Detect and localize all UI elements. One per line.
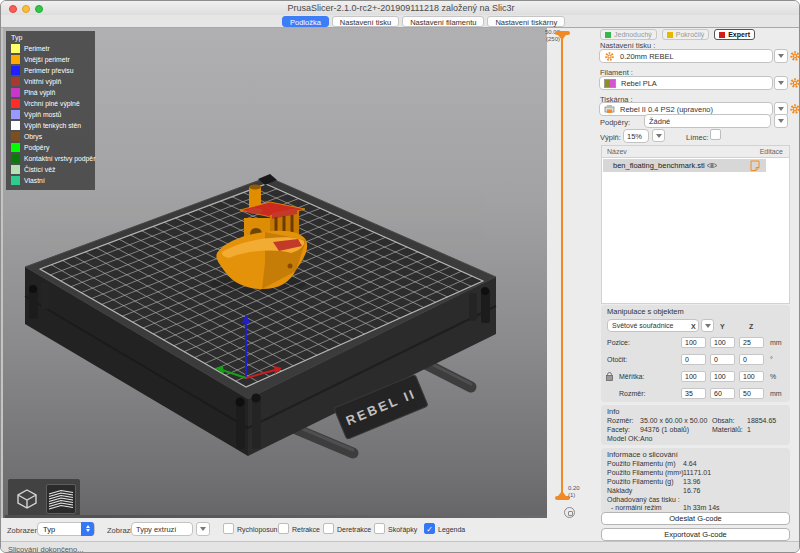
legend-color-swatch (11, 88, 20, 97)
manipulation-input[interactable]: 0 (739, 354, 764, 365)
tab-1[interactable]: Nastavení tisku (332, 16, 399, 27)
manipulation-input[interactable]: 60 (710, 388, 735, 399)
filament-g-value: 13.96 (683, 478, 701, 485)
viewport-3d[interactable]: REBEL II Typ PerimetrVnější perimetrPeri… (1, 28, 547, 518)
checkbox-0[interactable] (223, 523, 234, 534)
legend-color-swatch (11, 121, 20, 130)
info-facets-label: Facety: (607, 426, 630, 433)
filament-m-value: 4.64 (683, 460, 697, 467)
object-list[interactable]: ben_floating_benchmark.stl (601, 157, 790, 304)
show-features-dropdown-button[interactable] (196, 522, 210, 536)
info-materials-label: Materiálů: (712, 426, 743, 433)
supports-combo[interactable]: Žádné (644, 114, 771, 128)
layer-slider-panel: 50.00(250) 0.20(1) (547, 28, 597, 518)
mode-button-1[interactable]: Pokročilý (662, 29, 709, 40)
checkbox-2[interactable] (323, 523, 334, 534)
info-size-value: 35.00 x 60.00 x 50.00 (640, 417, 707, 424)
coordinate-system-combo[interactable]: Světové souřadnice (607, 319, 699, 332)
info-materials-value: 1 (747, 426, 751, 433)
chevron-down-icon (778, 81, 784, 85)
3d-editor-view-button[interactable] (12, 484, 42, 514)
object-list-header: Název Editace (601, 145, 790, 157)
brim-checkbox[interactable] (710, 129, 721, 140)
export-gcode-button[interactable]: Exportovat G-code (601, 528, 790, 541)
tabbar: PodložkaNastavení tiskuNastavení filamen… (1, 15, 800, 28)
manipulation-input[interactable]: 0 (681, 354, 706, 365)
checkbox-label: Rychloposun (237, 526, 277, 533)
checkbox-1[interactable] (278, 523, 289, 534)
axis-y-header: Y (720, 323, 725, 330)
edit-printer-gear-icon[interactable] (789, 103, 800, 115)
legend-color-swatch (11, 55, 20, 64)
edit-print-settings-gear-icon[interactable] (789, 50, 800, 62)
print-settings-combo[interactable]: 0.20mm REBEL (599, 49, 773, 63)
edit-object-icon[interactable] (750, 160, 760, 171)
edit-filament-gear-icon[interactable] (789, 77, 800, 89)
legend-item: Kontaktní vrstvy podpěr (11, 153, 95, 164)
print-settings-dropdown-button[interactable] (774, 49, 788, 63)
filament-dropdown-button[interactable] (774, 76, 788, 90)
info-section: Info Rozměr: 35.00 x 60.00 x 50.00 Obsah… (601, 405, 790, 445)
legend-title: Typ (11, 34, 95, 41)
mode-button-2[interactable]: Expert (714, 29, 755, 40)
view-type-select[interactable]: Typ (37, 522, 95, 536)
legend-item-label: Obrys (24, 133, 42, 140)
manipulation-input[interactable]: 100 (681, 337, 706, 348)
cost-label: Náklady (607, 487, 632, 494)
infill-combo[interactable]: 15% (623, 129, 649, 143)
manipulation-input[interactable]: 100 (710, 337, 735, 348)
checkbox-4[interactable]: ✓ (424, 523, 435, 534)
filament-color-swatch (604, 79, 616, 88)
eye-icon[interactable] (706, 161, 718, 170)
manipulation-input[interactable]: 100 (739, 371, 764, 382)
legend-item-label: Perimetr (24, 45, 50, 52)
legend-color-swatch (11, 44, 20, 53)
preview-layers-view-button[interactable] (46, 484, 76, 514)
window-title: PrusaSlicer-2.1.0-rc2+-201909111218 zalo… (1, 1, 800, 15)
coordinate-dropdown-button[interactable] (701, 319, 714, 332)
legend-item-label: Vrchní plné výplně (24, 100, 80, 107)
layer-range-lock-icon[interactable] (564, 507, 575, 518)
tab-2[interactable]: Nastavení filamentu (402, 16, 484, 27)
legend-item: Obrys (11, 131, 95, 142)
manipulation-input[interactable]: 100 (681, 371, 706, 382)
send-gcode-button[interactable]: Odeslat G-code (601, 512, 790, 525)
show-features-combo[interactable]: Typy extruzí (131, 522, 193, 536)
manipulation-input[interactable]: 25 (739, 337, 764, 348)
unit-label: % (770, 373, 776, 380)
supports-dropdown-button[interactable] (774, 114, 788, 128)
manipulation-title: Manipulace s objektem (607, 307, 684, 316)
manipulation-input[interactable]: 35 (681, 388, 706, 399)
manipulation-input[interactable]: 0 (710, 354, 735, 365)
checkbox-3[interactable] (374, 523, 385, 534)
legend-item-label: Podpěry (24, 144, 49, 151)
lock-icon[interactable] (606, 372, 613, 381)
legend-item: Podpěry (11, 142, 95, 153)
filament-combo[interactable]: Rebel PLA (599, 76, 773, 90)
layer-slider-track[interactable] (561, 34, 563, 498)
mode-color-icon (667, 32, 673, 38)
mode-button-label: Pokročilý (676, 31, 704, 38)
legend-color-swatch (11, 66, 20, 75)
info-facets-value: 94376 (1 obalů) (640, 426, 689, 433)
infill-dropdown-button[interactable] (652, 129, 665, 142)
manipulation-input[interactable]: 100 (710, 371, 735, 382)
titlebar: PrusaSlicer-2.1.0-rc2+-201909111218 zalo… (1, 1, 800, 15)
info-modelok-label: Model OK: (607, 435, 640, 442)
info-volume-value: 18854.65 (747, 417, 776, 424)
object-list-row[interactable]: ben_floating_benchmark.stl (603, 159, 766, 172)
info-volume-label: Obsah: (712, 417, 735, 424)
object-manipulation-section: Manipulace s objektem Světové souřadnice… (601, 305, 790, 402)
printer-icon (604, 104, 615, 114)
legend-item: Vnější perimetr (11, 54, 95, 65)
legend-item: Výplň mostů (11, 109, 95, 120)
object-name: ben_floating_benchmark.stl (613, 159, 705, 172)
mode-button-0[interactable]: Jednoduchý (600, 29, 657, 40)
tab-0[interactable]: Podložka (282, 16, 329, 27)
legend-item-label: Výplň tenkých stěn (24, 122, 81, 129)
tab-3[interactable]: Nastavení tiskárny (487, 16, 565, 27)
chevron-down-icon (200, 527, 206, 531)
legend-item: Plná výplň (11, 87, 95, 98)
manipulation-input[interactable]: 50 (739, 388, 764, 399)
legend-item-label: Kontaktní vrstvy podpěr (24, 155, 95, 162)
